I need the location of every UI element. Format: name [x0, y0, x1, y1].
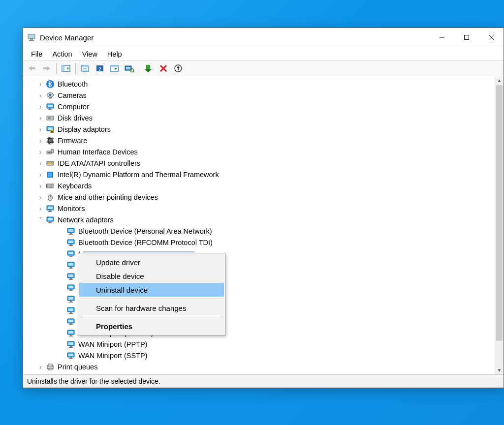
svg-rect-81	[49, 185, 50, 186]
chevron-right-icon[interactable]: ›	[37, 115, 44, 121]
minimize-button[interactable]	[430, 28, 454, 47]
svg-rect-119	[68, 274, 73, 277]
category-ide-ata-atapi-controllers[interactable]: ›IDE ATA/ATAPI controllers	[23, 157, 495, 169]
vertical-scrollbar[interactable]: ▲ ▼	[495, 76, 504, 374]
svg-rect-47	[48, 127, 53, 130]
chevron-right-icon[interactable]: ›	[37, 137, 44, 144]
scroll-up-arrow[interactable]: ▲	[495, 76, 504, 85]
maximize-button[interactable]	[454, 28, 479, 47]
category-network-adapters[interactable]: ˅Network adapters	[23, 214, 495, 225]
forward-icon	[42, 65, 51, 72]
menu-view[interactable]: View	[77, 49, 102, 60]
device-item[interactable]: Bluetooth Device (RFCOMM Protocol TDI)	[23, 237, 495, 248]
menu-help[interactable]: Help	[102, 49, 127, 60]
category-mice-and-other-pointing-devices[interactable]: ›Mice and other pointing devices	[23, 191, 495, 203]
device-item[interactable]: WAN Miniport (SSTP)	[23, 350, 495, 361]
close-icon	[488, 34, 494, 40]
forward-button[interactable]	[40, 62, 54, 75]
svg-marker-28	[145, 69, 152, 72]
update-driver-button[interactable]	[171, 62, 185, 75]
scan-hardware-button[interactable]	[123, 62, 136, 75]
svg-text:?: ?	[98, 66, 101, 72]
svg-rect-104	[70, 233, 72, 234]
context-menu-scan-for-hardware-changes[interactable]: Scan for hardware changes	[79, 301, 224, 315]
category-print-queues[interactable]: ›Print queues	[23, 361, 495, 372]
chevron-right-icon[interactable]: ›	[37, 194, 44, 201]
chevron-down-icon[interactable]: ˅	[37, 216, 44, 223]
show-hide-tree-button[interactable]	[59, 62, 73, 75]
menu-file[interactable]: File	[26, 49, 47, 60]
disk-icon	[46, 114, 55, 122]
close-button[interactable]	[479, 28, 504, 47]
chevron-right-icon[interactable]: ›	[37, 126, 44, 133]
svg-rect-107	[68, 241, 73, 243]
svg-rect-2	[29, 40, 34, 41]
category-computer[interactable]: ›Computer	[23, 101, 495, 112]
svg-rect-147	[68, 354, 73, 356]
svg-rect-124	[70, 289, 72, 290]
category-cameras[interactable]: ›Cameras	[23, 90, 495, 101]
category-keyboards[interactable]: ›Keyboards	[23, 180, 495, 191]
chevron-right-icon[interactable]: ›	[37, 160, 44, 167]
context-menu-disable-device[interactable]: Disable device	[79, 269, 224, 283]
camera-icon	[46, 91, 55, 100]
toolbar-separator	[139, 63, 139, 74]
chevron-right-icon[interactable]: ›	[37, 182, 44, 189]
enable-device-button[interactable]	[142, 62, 156, 75]
action-list-button[interactable]	[108, 62, 122, 75]
chevron-right-icon[interactable]: ›	[37, 92, 44, 99]
chevron-right-icon[interactable]: ›	[37, 103, 44, 110]
properties-button[interactable]	[78, 62, 92, 75]
back-button[interactable]	[25, 62, 39, 75]
category-display-adaptors[interactable]: ›Display adaptors	[23, 123, 495, 135]
uninstall-icon	[159, 64, 167, 72]
category-human-interface-devices[interactable]: ›Human Interface Devices	[23, 146, 495, 157]
enable-icon	[145, 64, 153, 72]
chevron-right-icon[interactable]: ›	[37, 205, 44, 212]
svg-rect-128	[70, 301, 72, 302]
svg-rect-132	[70, 312, 72, 313]
category-bluetooth[interactable]: ›Bluetooth	[23, 78, 495, 90]
context-menu-update-driver[interactable]: Update driver	[79, 255, 224, 269]
svg-rect-78	[47, 185, 48, 186]
svg-rect-116	[70, 267, 72, 268]
svg-rect-24	[126, 67, 130, 69]
device-item[interactable]: Bluetooth Device (Personal Area Network)	[23, 225, 495, 237]
chevron-right-icon[interactable]: ›	[37, 171, 44, 178]
chevron-right-icon[interactable]: ›	[37, 364, 44, 370]
svg-rect-88	[51, 186, 52, 187]
svg-rect-85	[50, 186, 51, 187]
category-monitors[interactable]: ›Monitors	[23, 203, 495, 214]
scroll-thumb[interactable]	[496, 85, 503, 341]
network-adapter-icon	[66, 283, 75, 292]
network-adapter-icon	[66, 295, 75, 304]
svg-rect-105	[69, 234, 73, 234]
toolbar-separator	[56, 63, 57, 74]
statusbar: Uninstalls the driver for the selected d…	[23, 374, 504, 388]
uninstall-device-button[interactable]	[157, 62, 170, 75]
menu-action[interactable]: Action	[47, 49, 77, 60]
toolbar: ?	[23, 61, 504, 76]
svg-rect-41	[48, 109, 52, 110]
svg-rect-100	[49, 221, 51, 222]
category-firmware[interactable]: ›Firmware	[23, 135, 495, 146]
svg-rect-96	[49, 210, 51, 211]
device-item[interactable]: WAN Miniport (PPTP)	[23, 338, 495, 350]
svg-rect-145	[69, 347, 73, 347]
category-disk-drives[interactable]: ›Disk drives	[23, 112, 495, 123]
context-menu-properties[interactable]: Properties	[79, 319, 224, 333]
network-adapter-icon	[66, 238, 75, 247]
intel-icon	[46, 170, 55, 179]
context-menu-uninstall-device[interactable]: Uninstall device	[79, 283, 224, 297]
window-title: Device Manager	[40, 33, 94, 42]
help-button[interactable]: ?	[93, 62, 107, 75]
scroll-down-arrow[interactable]: ▼	[495, 366, 504, 374]
svg-rect-97	[48, 211, 52, 212]
svg-rect-84	[50, 185, 51, 186]
chevron-right-icon[interactable]: ›	[37, 149, 44, 155]
context-menu: Update driverDisable deviceUninstall dev…	[78, 253, 225, 335]
chevron-right-icon[interactable]: ›	[37, 81, 44, 88]
svg-rect-10	[43, 67, 47, 69]
category-intel-r-dynamic-platform-and-thermal-framework[interactable]: ›Intel(R) Dynamic Platform and Thermal F…	[23, 169, 495, 180]
category-label: Display adaptors	[58, 125, 111, 133]
